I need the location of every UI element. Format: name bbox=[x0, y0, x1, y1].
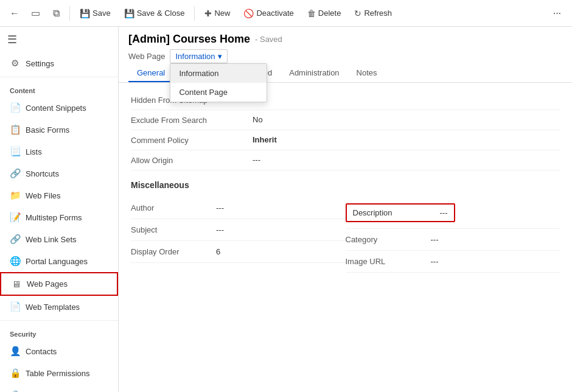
wp-dropdown-wrapper: Information ▾ Information Content Page bbox=[170, 49, 227, 63]
multistep-forms-label: Multistep Forms bbox=[26, 213, 82, 222]
deactivate-icon: 🚫 bbox=[243, 9, 254, 18]
sidebar-item-portal-languages[interactable]: 🌐 Portal Languages bbox=[0, 250, 118, 272]
deactivate-button[interactable]: 🚫 Deactivate bbox=[237, 5, 299, 21]
toolbar: ← ▭ ⧉ 💾 Save 💾 Save & Close ✚ New 🚫 Deac… bbox=[0, 0, 572, 27]
category-label: Category bbox=[346, 235, 431, 244]
chevron-down-icon: ▾ bbox=[218, 52, 222, 61]
separator-2 bbox=[194, 6, 195, 21]
sidebar: ☰ ⚙ Settings Content 📄 Content Snippets … bbox=[0, 27, 119, 392]
exclude-from-search-row: Exclude From Search No bbox=[131, 110, 560, 130]
shortcuts-icon: 🔗 bbox=[10, 168, 19, 179]
save-button[interactable]: 💾 Save bbox=[74, 5, 117, 21]
dropdown-item-content-page[interactable]: Content Page bbox=[170, 83, 267, 102]
category-value: --- bbox=[431, 235, 439, 244]
page-title: [Admin] Courses Home bbox=[128, 33, 250, 46]
sidebar-item-content-snippets[interactable]: 📄 Content Snippets bbox=[0, 97, 118, 119]
content-section-label: Content bbox=[0, 80, 118, 97]
web-page-label: Web Page bbox=[128, 52, 165, 61]
basic-forms-icon: 📋 bbox=[10, 124, 19, 135]
sidebar-item-shortcuts[interactable]: 🔗 Shortcuts bbox=[0, 163, 118, 184]
hamburger-button[interactable]: ☰ bbox=[0, 27, 24, 52]
sidebar-item-multistep-forms[interactable]: 📝 Multistep Forms bbox=[0, 206, 118, 228]
wp-bar: Web Page Information ▾ Information Conte… bbox=[128, 49, 562, 63]
subject-value: --- bbox=[216, 225, 224, 234]
content-snippets-icon: 📄 bbox=[10, 102, 19, 113]
sidebar-item-table-permissions[interactable]: 🔒 Table Permissions bbox=[0, 362, 118, 384]
web-files-icon: 📁 bbox=[10, 190, 19, 201]
content-snippets-label: Content Snippets bbox=[26, 103, 86, 113]
author-label: Author bbox=[131, 203, 216, 212]
description-field: Description --- bbox=[346, 197, 560, 229]
sidebar-item-web-files[interactable]: 📁 Web Files bbox=[0, 184, 118, 206]
deactivate-label: Deactivate bbox=[256, 9, 293, 18]
misc-right-col: Description --- Category --- Image URL -… bbox=[346, 197, 560, 273]
tab-general[interactable]: General bbox=[128, 65, 173, 82]
web-templates-icon: 📄 bbox=[10, 301, 19, 312]
security-section-label: Security bbox=[0, 323, 118, 340]
new-button[interactable]: ✚ New bbox=[198, 5, 236, 21]
sidebar-item-contacts[interactable]: 👤 Contacts bbox=[0, 340, 118, 362]
popup-button[interactable]: ⧉ bbox=[46, 4, 66, 23]
sidebar-item-lists[interactable]: 📃 Lists bbox=[0, 141, 118, 163]
web-files-label: Web Files bbox=[26, 191, 61, 200]
tab-administration[interactable]: Administration bbox=[281, 65, 347, 82]
web-templates-label: Web Templates bbox=[26, 303, 80, 312]
page-header: [Admin] Courses Home - Saved Web Page In… bbox=[119, 27, 572, 83]
table-permissions-icon: 🔒 bbox=[10, 368, 19, 379]
allow-origin-value: --- bbox=[253, 155, 560, 164]
page-title-row: [Admin] Courses Home - Saved bbox=[128, 33, 562, 46]
subject-field: Subject --- bbox=[131, 219, 346, 241]
dropdown-item-information[interactable]: Information bbox=[170, 64, 267, 83]
save-close-button[interactable]: 💾 Save & Close bbox=[118, 5, 191, 21]
delete-button[interactable]: 🗑 Delete bbox=[301, 5, 347, 21]
allow-origin-label: Allow Origin bbox=[131, 155, 253, 165]
divider-1 bbox=[0, 77, 118, 77]
subject-label: Subject bbox=[131, 225, 216, 234]
description-value: --- bbox=[440, 208, 448, 217]
more-button[interactable]: ⋯ bbox=[547, 5, 567, 21]
wp-dropdown-current: Information bbox=[175, 52, 215, 61]
misc-section: Miscellaneous Author --- Subject --- bbox=[131, 180, 560, 273]
back-button[interactable]: ← bbox=[5, 4, 24, 23]
sidebar-item-web-templates[interactable]: 📄 Web Templates bbox=[0, 296, 118, 318]
multistep-forms-icon: 📝 bbox=[10, 212, 19, 223]
category-field: Category --- bbox=[346, 229, 560, 251]
sidebar-item-web-link-sets[interactable]: 🔗 Web Link Sets bbox=[0, 228, 118, 250]
new-icon: ✚ bbox=[204, 9, 212, 18]
divider-2 bbox=[0, 320, 118, 321]
display-order-field: Display Order 6 bbox=[131, 241, 346, 263]
refresh-button[interactable]: ↻ Refresh bbox=[348, 5, 398, 21]
web-link-sets-label: Web Link Sets bbox=[26, 235, 77, 244]
web-link-sets-icon: 🔗 bbox=[10, 234, 19, 245]
sidebar-item-column-permissions[interactable]: 🔒 Column Permissio... bbox=[0, 384, 118, 392]
description-box[interactable]: Description --- bbox=[346, 203, 455, 222]
delete-icon: 🗑 bbox=[307, 9, 316, 18]
shortcuts-label: Shortcuts bbox=[26, 169, 59, 178]
sidebar-item-settings[interactable]: ⚙ Settings bbox=[0, 52, 118, 74]
sidebar-item-basic-forms[interactable]: 📋 Basic Forms bbox=[0, 119, 118, 141]
record-button[interactable]: ▭ bbox=[26, 4, 45, 23]
image-url-label[interactable]: Image URL bbox=[346, 257, 431, 266]
more-icon: ⋯ bbox=[553, 9, 561, 18]
new-label: New bbox=[214, 9, 230, 18]
sidebar-item-web-pages[interactable]: 🖥 Web Pages bbox=[0, 272, 118, 296]
wp-dropdown-menu: Information Content Page bbox=[170, 63, 267, 102]
main-layout: ☰ ⚙ Settings Content 📄 Content Snippets … bbox=[0, 27, 572, 392]
save-label: Save bbox=[92, 9, 111, 18]
settings-icon: ⚙ bbox=[10, 58, 19, 69]
separator-1 bbox=[69, 6, 70, 21]
basic-forms-label: Basic Forms bbox=[26, 125, 69, 135]
display-order-label: Display Order bbox=[131, 247, 216, 256]
form-content: Hidden From Sitemap * No Exclude From Se… bbox=[119, 83, 572, 392]
tab-notes[interactable]: Notes bbox=[348, 65, 386, 82]
misc-left-col: Author --- Subject --- Display Order 6 bbox=[131, 197, 346, 273]
exclude-from-search-value: No bbox=[253, 115, 560, 124]
comment-policy-value: Inherit bbox=[253, 135, 560, 144]
image-url-value: --- bbox=[431, 257, 439, 266]
table-permissions-label: Table Permissions bbox=[26, 369, 90, 378]
portal-languages-icon: 🌐 bbox=[10, 256, 19, 267]
delete-label: Delete bbox=[318, 9, 341, 18]
exclude-from-search-label: Exclude From Search bbox=[131, 115, 253, 125]
save-close-label: Save & Close bbox=[137, 9, 185, 18]
wp-dropdown-button[interactable]: Information ▾ bbox=[170, 49, 227, 63]
